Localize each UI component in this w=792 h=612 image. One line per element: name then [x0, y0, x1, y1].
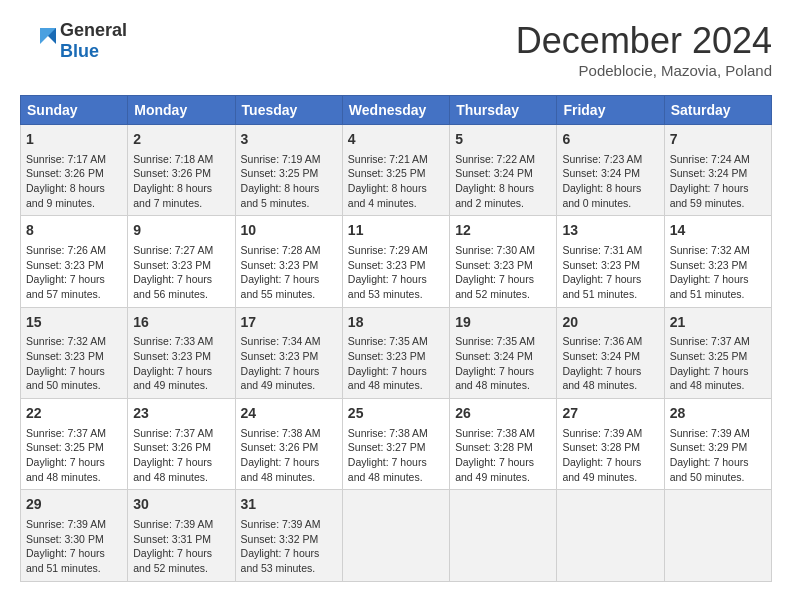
col-friday: Friday [557, 96, 664, 125]
day-number: 27 [562, 404, 658, 424]
day-number: 1 [26, 130, 122, 150]
day-number: 11 [348, 221, 444, 241]
day-number: 20 [562, 313, 658, 333]
calendar-cell [557, 490, 664, 581]
calendar-cell: 11Sunrise: 7:29 AMSunset: 3:23 PMDayligh… [342, 216, 449, 307]
day-number: 12 [455, 221, 551, 241]
month-title: December 2024 [516, 20, 772, 62]
day-number: 30 [133, 495, 229, 515]
calendar-cell: 24Sunrise: 7:38 AMSunset: 3:26 PMDayligh… [235, 399, 342, 490]
calendar-week-row: 15Sunrise: 7:32 AMSunset: 3:23 PMDayligh… [21, 307, 772, 398]
calendar-week-row: 1Sunrise: 7:17 AMSunset: 3:26 PMDaylight… [21, 125, 772, 216]
day-number: 26 [455, 404, 551, 424]
day-number: 14 [670, 221, 766, 241]
day-number: 9 [133, 221, 229, 241]
col-sunday: Sunday [21, 96, 128, 125]
calendar-week-row: 8Sunrise: 7:26 AMSunset: 3:23 PMDaylight… [21, 216, 772, 307]
day-number: 19 [455, 313, 551, 333]
day-number: 7 [670, 130, 766, 150]
calendar-cell: 3Sunrise: 7:19 AMSunset: 3:25 PMDaylight… [235, 125, 342, 216]
calendar-cell: 26Sunrise: 7:38 AMSunset: 3:28 PMDayligh… [450, 399, 557, 490]
calendar-cell: 4Sunrise: 7:21 AMSunset: 3:25 PMDaylight… [342, 125, 449, 216]
calendar-cell: 21Sunrise: 7:37 AMSunset: 3:25 PMDayligh… [664, 307, 771, 398]
calendar-table: Sunday Monday Tuesday Wednesday Thursday… [20, 95, 772, 582]
calendar-cell: 31Sunrise: 7:39 AMSunset: 3:32 PMDayligh… [235, 490, 342, 581]
logo-blue: Blue [60, 41, 99, 61]
calendar-cell: 20Sunrise: 7:36 AMSunset: 3:24 PMDayligh… [557, 307, 664, 398]
day-number: 21 [670, 313, 766, 333]
calendar-cell: 23Sunrise: 7:37 AMSunset: 3:26 PMDayligh… [128, 399, 235, 490]
calendar-cell: 5Sunrise: 7:22 AMSunset: 3:24 PMDaylight… [450, 125, 557, 216]
day-number: 4 [348, 130, 444, 150]
title-section: December 2024 Podeblocie, Mazovia, Polan… [516, 20, 772, 79]
day-number: 6 [562, 130, 658, 150]
calendar-cell [450, 490, 557, 581]
day-number: 8 [26, 221, 122, 241]
day-number: 17 [241, 313, 337, 333]
calendar-cell: 22Sunrise: 7:37 AMSunset: 3:25 PMDayligh… [21, 399, 128, 490]
calendar-cell: 7Sunrise: 7:24 AMSunset: 3:24 PMDaylight… [664, 125, 771, 216]
calendar-cell: 25Sunrise: 7:38 AMSunset: 3:27 PMDayligh… [342, 399, 449, 490]
calendar-cell: 29Sunrise: 7:39 AMSunset: 3:30 PMDayligh… [21, 490, 128, 581]
header: General Blue December 2024 Podeblocie, M… [20, 20, 772, 79]
col-monday: Monday [128, 96, 235, 125]
day-number: 18 [348, 313, 444, 333]
day-number: 28 [670, 404, 766, 424]
calendar-week-row: 29Sunrise: 7:39 AMSunset: 3:30 PMDayligh… [21, 490, 772, 581]
day-number: 15 [26, 313, 122, 333]
calendar-cell: 13Sunrise: 7:31 AMSunset: 3:23 PMDayligh… [557, 216, 664, 307]
col-tuesday: Tuesday [235, 96, 342, 125]
calendar-cell: 30Sunrise: 7:39 AMSunset: 3:31 PMDayligh… [128, 490, 235, 581]
col-wednesday: Wednesday [342, 96, 449, 125]
logo-icon [20, 26, 56, 56]
calendar-cell: 6Sunrise: 7:23 AMSunset: 3:24 PMDaylight… [557, 125, 664, 216]
day-number: 16 [133, 313, 229, 333]
day-number: 2 [133, 130, 229, 150]
logo-text: General Blue [60, 20, 127, 62]
day-number: 22 [26, 404, 122, 424]
calendar-cell: 12Sunrise: 7:30 AMSunset: 3:23 PMDayligh… [450, 216, 557, 307]
calendar-cell: 18Sunrise: 7:35 AMSunset: 3:23 PMDayligh… [342, 307, 449, 398]
calendar-cell: 9Sunrise: 7:27 AMSunset: 3:23 PMDaylight… [128, 216, 235, 307]
calendar-cell: 1Sunrise: 7:17 AMSunset: 3:26 PMDaylight… [21, 125, 128, 216]
day-number: 5 [455, 130, 551, 150]
calendar-cell: 28Sunrise: 7:39 AMSunset: 3:29 PMDayligh… [664, 399, 771, 490]
calendar-header-row: Sunday Monday Tuesday Wednesday Thursday… [21, 96, 772, 125]
calendar-cell: 19Sunrise: 7:35 AMSunset: 3:24 PMDayligh… [450, 307, 557, 398]
col-saturday: Saturday [664, 96, 771, 125]
calendar-cell: 2Sunrise: 7:18 AMSunset: 3:26 PMDaylight… [128, 125, 235, 216]
calendar-cell [664, 490, 771, 581]
day-number: 3 [241, 130, 337, 150]
day-number: 29 [26, 495, 122, 515]
calendar-cell: 27Sunrise: 7:39 AMSunset: 3:28 PMDayligh… [557, 399, 664, 490]
day-number: 31 [241, 495, 337, 515]
day-number: 24 [241, 404, 337, 424]
day-number: 10 [241, 221, 337, 241]
calendar-cell: 10Sunrise: 7:28 AMSunset: 3:23 PMDayligh… [235, 216, 342, 307]
logo: General Blue [20, 20, 127, 62]
day-number: 13 [562, 221, 658, 241]
day-number: 23 [133, 404, 229, 424]
calendar-cell: 8Sunrise: 7:26 AMSunset: 3:23 PMDaylight… [21, 216, 128, 307]
calendar-cell: 14Sunrise: 7:32 AMSunset: 3:23 PMDayligh… [664, 216, 771, 307]
day-number: 25 [348, 404, 444, 424]
calendar-cell: 16Sunrise: 7:33 AMSunset: 3:23 PMDayligh… [128, 307, 235, 398]
calendar-cell: 17Sunrise: 7:34 AMSunset: 3:23 PMDayligh… [235, 307, 342, 398]
location-subtitle: Podeblocie, Mazovia, Poland [516, 62, 772, 79]
calendar-cell [342, 490, 449, 581]
calendar-week-row: 22Sunrise: 7:37 AMSunset: 3:25 PMDayligh… [21, 399, 772, 490]
calendar-cell: 15Sunrise: 7:32 AMSunset: 3:23 PMDayligh… [21, 307, 128, 398]
col-thursday: Thursday [450, 96, 557, 125]
logo-general: General [60, 20, 127, 40]
